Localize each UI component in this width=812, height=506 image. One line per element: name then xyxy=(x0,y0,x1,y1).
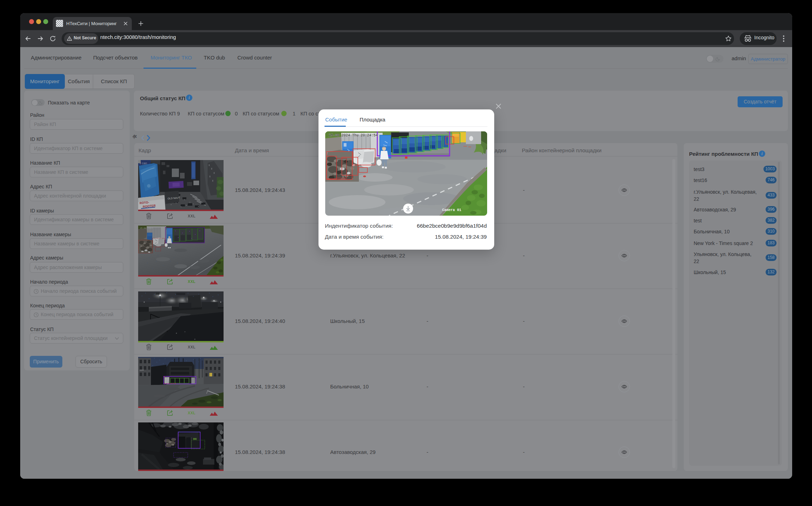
svg-text:15-08 2024: 15-08 2024 xyxy=(140,227,153,229)
svg-text:ll can: ll can xyxy=(140,161,147,165)
svg-text:15-08 2024 Thu 20:24:54: 15-08 2024 Thu 20:24:54 xyxy=(329,133,378,137)
svg-text:Camera 01: Camera 01 xyxy=(442,208,461,212)
